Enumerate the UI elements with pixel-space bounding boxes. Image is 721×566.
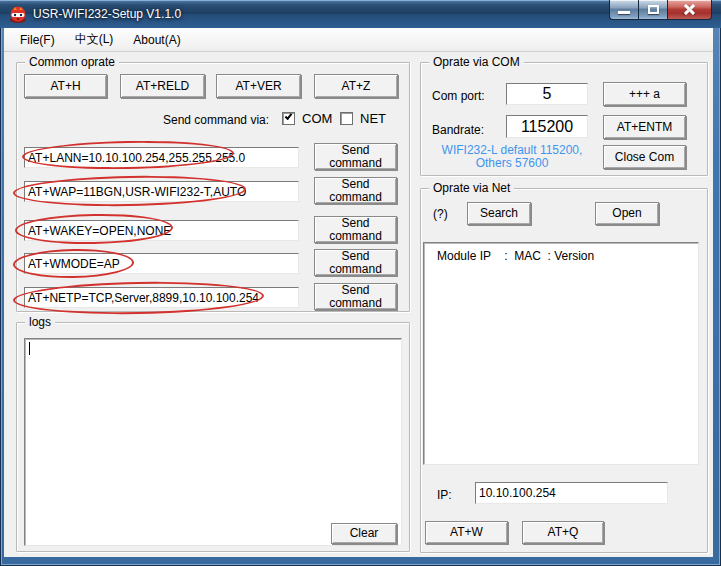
com-port-label: Com port: [432, 89, 485, 103]
client-area: Common oprate AT+H AT+RELD AT+VER AT+Z S… [4, 52, 713, 557]
app-icon [9, 5, 27, 23]
maximize-button[interactable] [638, 0, 668, 20]
title-bar[interactable]: USR-WIFI232-Setup V1.1.0 [0, 0, 721, 28]
plus-plus-plus-a-button[interactable]: +++ a [603, 82, 686, 106]
at-z-button[interactable]: AT+Z [314, 74, 398, 98]
com-port-input[interactable] [506, 83, 588, 105]
command-input-wmode[interactable] [24, 253, 299, 274]
minimize-button[interactable] [609, 0, 638, 20]
bandrate-label: Bandrate: [432, 123, 484, 137]
com-checkbox-label: COM [302, 111, 332, 126]
command-input-wakey[interactable] [24, 220, 299, 241]
com-group-title: Oprate via COM [429, 55, 524, 69]
command-input-lann[interactable] [24, 147, 299, 168]
close-icon [683, 4, 696, 15]
module-list[interactable]: Module IP : MAC : Version [423, 242, 699, 465]
maximize-icon [648, 5, 659, 14]
command-input-netp[interactable] [24, 287, 299, 308]
baudrate-hint: WIFI232-L default 115200, Others 57600 [424, 144, 600, 170]
open-button[interactable]: Open [595, 202, 659, 225]
checkmark-icon [285, 112, 293, 120]
module-list-header: Module IP : MAC : Version [437, 249, 594, 263]
send-command-button-1[interactable]: Send command [314, 143, 397, 170]
send-command-button-2[interactable]: Send command [314, 177, 397, 204]
close-com-button[interactable]: Close Com [603, 145, 686, 169]
at-w-button[interactable]: AT+W [425, 521, 508, 544]
search-button[interactable]: Search [467, 202, 531, 225]
net-checkbox[interactable] [340, 112, 353, 125]
send-command-button-5[interactable]: Send command [314, 283, 397, 310]
bandrate-input[interactable] [506, 115, 588, 138]
send-via-label: Send command via: [163, 113, 269, 127]
net-checkbox-label: NET [360, 111, 386, 126]
at-ver-button[interactable]: AT+VER [216, 74, 301, 98]
help-label[interactable]: (?) [433, 207, 448, 221]
baudrate-hint-line2: Others 57600 [424, 157, 600, 170]
common-oprate-title: Common oprate [25, 55, 119, 69]
clear-logs-button[interactable]: Clear [331, 523, 397, 544]
window-title: USR-WIFI232-Setup V1.1.0 [33, 7, 181, 21]
at-entm-button[interactable]: AT+ENTM [603, 115, 686, 139]
logs-title: logs [25, 315, 55, 329]
app-window: USR-WIFI232-Setup V1.1.0 File(F) 中文(L) A… [0, 0, 721, 566]
net-group-title: Oprate via Net [429, 181, 514, 195]
text-caret [29, 342, 30, 355]
at-q-button[interactable]: AT+Q [522, 521, 604, 544]
com-checkbox[interactable] [282, 112, 295, 125]
at-h-button[interactable]: AT+H [24, 74, 107, 98]
menu-language[interactable]: 中文(L) [65, 28, 124, 51]
close-button[interactable] [668, 0, 712, 20]
send-command-button-4[interactable]: Send command [314, 249, 397, 276]
menu-file[interactable]: File(F) [10, 30, 65, 50]
minimize-icon [618, 11, 630, 14]
at-reld-button[interactable]: AT+RELD [120, 74, 205, 98]
command-input-wap[interactable] [24, 181, 299, 202]
send-command-button-3[interactable]: Send command [314, 216, 397, 243]
menu-about[interactable]: About(A) [123, 30, 190, 50]
menu-bar: File(F) 中文(L) About(A) [4, 28, 713, 52]
ip-input[interactable] [475, 482, 668, 504]
logs-textarea[interactable] [24, 338, 402, 546]
ip-label: IP: [437, 488, 452, 502]
